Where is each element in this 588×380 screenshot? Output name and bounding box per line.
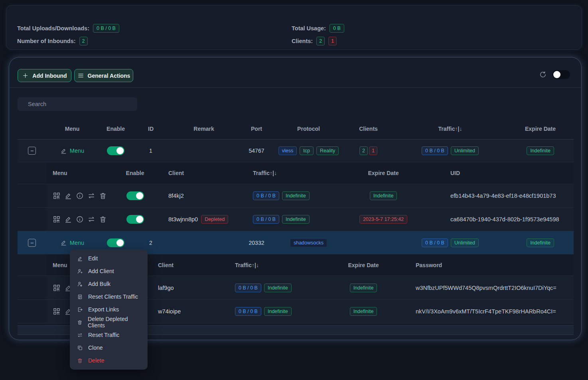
expire-date-header: Expire Date — [507, 118, 574, 139]
inbound-enable-toggle[interactable] — [107, 146, 124, 155]
toggle-knob — [116, 239, 124, 246]
traffic-badge: 0 B / 0 B — [422, 238, 448, 247]
inbound-menu-button[interactable]: Menu — [60, 148, 84, 154]
traffic-badge: 0 B / 0 B — [253, 215, 279, 224]
client-actions — [53, 192, 107, 200]
client-count-badges — [343, 231, 393, 254]
reset-traffic-icon — [77, 332, 83, 338]
collapse-row-button[interactable]: − — [28, 147, 36, 155]
client-enable-toggle[interactable] — [126, 191, 144, 200]
search-input[interactable] — [18, 97, 137, 111]
traffic-limit-badge: Indefinite — [282, 215, 310, 224]
reset-traffic-icon[interactable] — [87, 192, 95, 200]
qr-code-icon[interactable] — [53, 215, 61, 223]
inbound-remark — [168, 231, 239, 254]
qr-code-icon[interactable] — [53, 307, 61, 315]
edit-icon — [77, 256, 83, 262]
inbound-port: 20332 — [239, 231, 274, 254]
menu-item-label: Reset Traffic — [88, 332, 119, 338]
menu-item-label: Clone — [88, 345, 103, 351]
clients-subtable-header: Menu Enable Client Traffic↑|↓ Expire Dat… — [18, 162, 574, 184]
menu-item-add-bulk[interactable]: Add Bulk — [70, 278, 148, 290]
add-inbound-button[interactable]: Add Inbound — [18, 69, 71, 82]
subtable-spacer — [18, 276, 46, 299]
clients-depleted-badge: 1 — [328, 37, 337, 45]
stat-value-badge: 0 B — [330, 24, 344, 33]
table-header-row: Menu Enable ID Remark Port Protocol Clie… — [18, 118, 574, 140]
enable-header: Enable — [98, 118, 133, 139]
traffic-tags: 0 B / 0 B Unlimited — [422, 238, 479, 247]
toolbar-divider — [9, 87, 581, 88]
qr-code-icon[interactable] — [53, 284, 61, 292]
stats-left-column: Total Uploads/Downloads: 0 B / 0 B Numbe… — [17, 24, 119, 45]
menu-item-reset-traffic[interactable]: Reset Traffic — [70, 329, 148, 341]
sub-menu-header: Menu — [46, 162, 120, 184]
info-icon[interactable] — [76, 192, 84, 200]
subtable-spacer — [18, 254, 46, 276]
clients-depleted-badge: 1 — [369, 146, 377, 155]
menu-item-label: Add Bulk — [88, 281, 110, 287]
toggle-knob — [136, 216, 143, 223]
traffic-limit-badge: Indefinite — [282, 191, 310, 200]
general-actions-button[interactable]: General Actions — [74, 69, 133, 82]
edit-icon[interactable] — [64, 215, 72, 223]
stat-label: Clients: — [292, 38, 313, 44]
reset-traffic-icon[interactable] — [87, 215, 95, 223]
traffic-badge: 0 B / 0 B — [235, 284, 261, 292]
toggle-knob — [136, 192, 143, 199]
menu-item-delete[interactable]: Delete — [70, 354, 148, 367]
client-password: nkV/I/3XoAm9v6xMT/T5IcrF4TpeTKF98rHARbRo… — [416, 308, 556, 315]
inbound-menu-button[interactable]: Menu — [60, 239, 84, 246]
sub-expire-header: Expire Date — [331, 162, 435, 184]
auto-refresh-toggle[interactable] — [552, 70, 570, 79]
sub-traffic-header[interactable]: Traffic↑|↓ — [234, 162, 331, 184]
traffic-badge: 0 B / 0 B — [253, 191, 279, 200]
menu-header: Menu — [46, 118, 98, 139]
collapse-row-button[interactable]: − — [28, 239, 36, 247]
qr-code-icon[interactable] — [53, 192, 61, 200]
sub-uid-header: UID — [435, 162, 568, 184]
info-icon[interactable] — [76, 215, 84, 223]
subtable-spacer — [18, 184, 46, 207]
client-name: 8t3wjnn8p0 — [168, 216, 198, 222]
client-name: laf9go — [158, 285, 174, 291]
traffic-badge: 0 B / 0 B — [422, 146, 448, 155]
refresh-icon[interactable] — [539, 71, 547, 79]
edit-icon[interactable] — [64, 192, 72, 200]
sub-traffic-header[interactable]: Traffic↑|↓ — [224, 254, 324, 276]
menu-item-add-client[interactable]: Add Client — [70, 265, 148, 278]
stat-label: Number of Inbounds: — [17, 38, 76, 44]
inbound-context-menu: Edit Add Client Add Bulk Reset Clients T… — [70, 249, 148, 370]
menu-item-label: Export Links — [88, 306, 119, 313]
delete-icon[interactable] — [99, 215, 107, 223]
toolbar-right-controls — [539, 70, 570, 79]
expire-badge: Indefinite — [370, 191, 397, 200]
traffic-tags: 0 B / 0 B Indefinite — [253, 191, 310, 200]
traffic-tags: 0 B / 0 B Indefinite — [235, 284, 292, 292]
client-row: 8f4kj2 0 B / 0 B Indefinite Indefinite e… — [18, 184, 574, 208]
stats-right-column: Total Usage: 0 B Clients: 2 1 — [292, 24, 344, 45]
menu-item-label: Add Client — [88, 268, 114, 274]
client-uid: efb14b43-4a79-4e83-ef18-e48cf1901b73 — [450, 193, 556, 199]
id-header: ID — [133, 118, 168, 139]
traffic-sort-header[interactable]: Traffic↑|↓ — [393, 118, 507, 139]
traffic-limit-badge: Indefinite — [264, 284, 292, 292]
stat-total-usage: Total Usage: 0 B — [292, 24, 344, 33]
menu-item-clone[interactable]: Clone — [70, 341, 148, 354]
copy-icon — [77, 345, 83, 351]
inbound-enable-toggle[interactable] — [107, 238, 124, 247]
client-name: 8f4kj2 — [168, 193, 184, 199]
toggle-knob — [116, 147, 124, 154]
traffic-limit-badge: Unlimited — [451, 238, 479, 247]
expire-badge: Indefinite — [350, 307, 377, 316]
delete-icon[interactable] — [99, 192, 107, 200]
menu-item-reset-clients-traffic[interactable]: Reset Clients Traffic — [70, 290, 148, 303]
traffic-tags: 0 B / 0 B Indefinite — [235, 307, 292, 316]
client-enable-toggle[interactable] — [126, 215, 144, 224]
trash-icon — [77, 319, 83, 325]
menu-item-delete-depleted-clients[interactable]: Delete Depleted Clients — [70, 316, 148, 329]
menu-item-export-links[interactable]: Export Links — [70, 303, 148, 316]
inbound-menu-label: Menu — [70, 240, 84, 246]
hamburger-icon — [77, 72, 84, 79]
menu-item-edit[interactable]: Edit — [70, 252, 148, 265]
